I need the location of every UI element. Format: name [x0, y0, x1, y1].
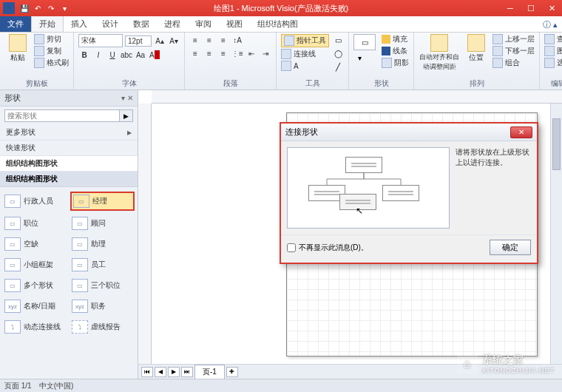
align-top-icon[interactable]: ≡: [189, 34, 201, 46]
maximize-button[interactable]: ☐: [521, 1, 541, 16]
align-center-icon[interactable]: ≡: [203, 47, 215, 59]
shape-consultant[interactable]: ▭顾问: [70, 215, 135, 232]
layers-button[interactable]: 图层: [544, 46, 562, 56]
page-tab-1[interactable]: 页-1: [194, 365, 225, 379]
quick-styles-icon[interactable]: ▭: [353, 34, 376, 50]
shape-three-positions[interactable]: ▭三个职位: [70, 277, 135, 294]
shape-dotted-report[interactable]: ⤵虚线报告: [70, 319, 135, 335]
shape-thumb: ▭: [72, 279, 88, 292]
line-button[interactable]: 线条: [382, 46, 409, 56]
quick-styles-more-icon[interactable]: ▾: [353, 52, 365, 64]
shapes-pane-header: 形状 ▾ ✕: [0, 90, 138, 107]
shape-staff[interactable]: ▭员工: [70, 257, 135, 273]
italic-button[interactable]: I: [92, 49, 104, 61]
font-name-select[interactable]: 宋体: [78, 34, 123, 47]
decrease-font-icon[interactable]: A▾: [168, 35, 180, 47]
shape-thumb: ⤵: [4, 320, 21, 334]
align-middle-icon[interactable]: ≡: [203, 34, 215, 46]
copy-button[interactable]: 复制: [34, 46, 69, 56]
align-bottom-icon[interactable]: ≡: [217, 34, 229, 46]
tab-review[interactable]: 审阅: [188, 16, 219, 32]
tab-process[interactable]: 进程: [157, 16, 188, 32]
scrollbar-vertical[interactable]: [550, 104, 562, 379]
orientation-icon[interactable]: ↕A: [231, 34, 243, 46]
find-button[interactable]: 查找: [544, 34, 562, 44]
undo-icon[interactable]: ↶: [33, 3, 43, 13]
shape-executive[interactable]: ▭行政人员: [3, 192, 67, 211]
format-painter-button[interactable]: 格式刷: [34, 58, 69, 68]
page-next-icon[interactable]: ▶: [168, 367, 180, 377]
ribbon-help-icon[interactable]: ⓘ ▴: [538, 18, 562, 32]
text-tool-button[interactable]: A: [281, 61, 329, 71]
status-language[interactable]: 中文(中国): [39, 381, 74, 391]
shape-team-frame[interactable]: ▭小组框架: [3, 257, 67, 273]
shape-title[interactable]: xyz职务: [70, 298, 135, 314]
indent-dec-icon[interactable]: ⇤: [246, 47, 257, 59]
cut-button[interactable]: 剪切: [34, 34, 69, 44]
shape-vacancy[interactable]: ▭空缺: [3, 236, 67, 252]
align-right-icon[interactable]: ≡: [217, 47, 229, 59]
shape-search-input[interactable]: [4, 109, 120, 122]
pointer-tool-button[interactable]: 指针工具: [281, 34, 329, 47]
page-prev-icon[interactable]: ◀: [155, 367, 166, 377]
scrollbar-thumb[interactable]: [552, 118, 561, 170]
page-first-icon[interactable]: ⏮: [141, 367, 153, 377]
category-quick-shapes[interactable]: 快速形状: [0, 141, 138, 156]
position-button[interactable]: 位置: [463, 34, 490, 63]
ok-button[interactable]: 确定: [490, 240, 531, 255]
dialog-close-button[interactable]: ✕: [510, 126, 532, 138]
redo-icon[interactable]: ↷: [46, 3, 56, 13]
shape-dynamic-connector[interactable]: ⤵动态连接线: [3, 319, 67, 335]
rectangle-tool-icon[interactable]: ▭: [332, 34, 344, 46]
tab-file[interactable]: 文件: [0, 16, 31, 32]
ellipse-tool-icon[interactable]: ◯: [332, 47, 344, 59]
tab-data[interactable]: 数据: [126, 16, 157, 32]
shape-position[interactable]: ▭职位: [3, 215, 67, 232]
line-tool-icon[interactable]: ╱: [332, 61, 344, 72]
watermark-url: XITONGZHIJIA.NET: [482, 367, 555, 374]
checkbox-input[interactable]: [287, 243, 296, 252]
group-button[interactable]: 组合: [492, 58, 535, 68]
page-add-icon[interactable]: ✚: [226, 367, 238, 377]
tab-home[interactable]: 开始: [31, 16, 64, 32]
font-size-select[interactable]: 12pt: [125, 36, 152, 47]
shapes-pane-close-icon[interactable]: ▾ ✕: [121, 94, 133, 102]
autoalign-button[interactable]: 自动对齐和自动调整间距: [419, 34, 460, 72]
shape-name-date[interactable]: xyz名称/日期: [3, 298, 67, 314]
shape-thumb: xyz: [4, 300, 21, 313]
select-button[interactable]: 选择: [544, 58, 562, 68]
find-icon: [544, 34, 555, 44]
qat-dropdown-icon[interactable]: ▾: [59, 3, 70, 13]
tab-view[interactable]: 视图: [219, 16, 250, 32]
tab-orgchart[interactable]: 组织结构图: [250, 16, 305, 32]
increase-font-icon[interactable]: A▴: [154, 35, 166, 47]
close-button[interactable]: ✕: [541, 1, 562, 16]
strike-button[interactable]: abc: [121, 49, 132, 61]
text-case-button[interactable]: Aa: [135, 49, 146, 61]
font-color-button[interactable]: A: [149, 49, 160, 61]
indent-inc-icon[interactable]: ⇥: [260, 47, 271, 59]
save-icon[interactable]: 💾: [19, 3, 30, 13]
minimize-button[interactable]: ─: [500, 1, 521, 16]
category-more-shapes[interactable]: 更多形状▶: [0, 125, 138, 141]
bullets-icon[interactable]: ⋮≡: [231, 47, 243, 59]
dont-show-checkbox[interactable]: 不再显示此消息(D)。: [287, 243, 368, 253]
bold-button[interactable]: B: [78, 49, 90, 61]
shadow-button[interactable]: 阴影: [382, 58, 409, 68]
tab-insert[interactable]: 插入: [64, 16, 95, 32]
shape-multiple[interactable]: ▭多个形状: [3, 277, 67, 294]
bring-forward-button[interactable]: 上移一层: [492, 34, 535, 44]
dialog-titlebar[interactable]: 连接形状 ✕: [281, 124, 537, 141]
connector-tool-button[interactable]: 连接线: [281, 49, 329, 59]
tab-design[interactable]: 设计: [95, 16, 126, 32]
category-orgchart-shapes[interactable]: 组织结构图形状: [0, 156, 138, 172]
align-left-icon[interactable]: ≡: [189, 47, 201, 59]
shape-assistant[interactable]: ▭助理: [70, 236, 135, 252]
send-backward-button[interactable]: 下移一层: [492, 46, 535, 56]
page-last-icon[interactable]: ⏭: [181, 367, 193, 377]
paste-button[interactable]: 粘贴: [4, 34, 31, 63]
shape-manager[interactable]: ▭经理: [70, 192, 135, 211]
fill-button[interactable]: 填充: [382, 34, 409, 44]
shape-search-go-icon[interactable]: ▶: [120, 109, 133, 122]
underline-button[interactable]: U: [106, 49, 118, 61]
